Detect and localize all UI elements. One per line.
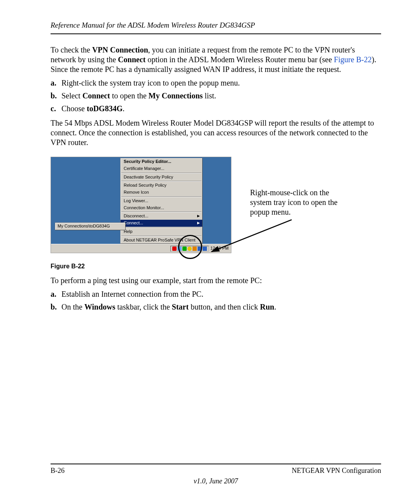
intro-paragraph: To check the VPN Connection, you can ini… xyxy=(51,45,381,74)
list-item: b. On the Windows taskbar, click the Sta… xyxy=(51,302,381,312)
page-number: B-26 xyxy=(51,467,65,475)
menu-item[interactable]: Security Policy Editor... xyxy=(121,158,202,165)
tray-icon[interactable] xyxy=(172,247,177,251)
figure-caption: Figure B-22 xyxy=(51,262,381,270)
menu-item-connect[interactable]: Connect...▶ xyxy=(121,220,202,227)
list-item: a. Right-click the system tray icon to o… xyxy=(51,78,381,88)
footer-rule xyxy=(51,464,381,464)
menu-item[interactable]: About NETGEAR ProSafe VPN Client xyxy=(121,237,202,244)
system-tray[interactable] xyxy=(170,246,209,252)
desktop-screenshot: Security Policy Editor... Certificate Ma… xyxy=(51,157,231,253)
submenu-connections[interactable]: My Connections\toDG834G xyxy=(55,222,126,230)
version: v1.0, June 2007 xyxy=(51,477,381,485)
header-rule xyxy=(51,33,381,34)
menu-item[interactable]: Connection Monitor... xyxy=(121,205,202,212)
menu-item[interactable]: Log Viewer... xyxy=(121,198,202,205)
list-item: c. Choose toDG834G. xyxy=(51,104,381,114)
page-header: Reference Manual for the ADSL Modem Wire… xyxy=(51,21,381,30)
tray-icon[interactable] xyxy=(182,247,187,251)
menu-item[interactable]: Certificate Manager... xyxy=(121,165,202,172)
result-paragraph: The 54 Mbps ADSL Modem Wireless Router M… xyxy=(51,118,381,147)
menu-item[interactable]: Disconnect...▶ xyxy=(121,213,202,220)
taskbar: 12:19 PM xyxy=(51,244,231,253)
page-footer: B-26 NETGEAR VPN Configuration v1.0, Jun… xyxy=(51,464,381,485)
menu-item[interactable]: Reload Security Policy xyxy=(121,182,202,189)
menu-item[interactable]: Deactivate Security Policy xyxy=(121,174,202,181)
menu-item[interactable]: Help xyxy=(121,228,202,235)
tray-icon[interactable] xyxy=(203,247,207,251)
tray-icon[interactable] xyxy=(187,247,192,251)
figure-annotation: Right-mouse-click on the system tray ico… xyxy=(250,188,351,217)
tray-icon[interactable] xyxy=(192,247,197,251)
context-menu[interactable]: Security Policy Editor... Certificate Ma… xyxy=(120,158,203,244)
figure-b22: Security Policy Editor... Certificate Ma… xyxy=(51,157,231,253)
figure-link[interactable]: Figure B-22 xyxy=(334,55,372,64)
list-item: b. Select Connect to open the My Connect… xyxy=(51,91,381,101)
tray-icon[interactable] xyxy=(198,247,202,251)
ping-intro: To perform a ping test using our example… xyxy=(51,276,381,285)
list-item: a. Establish an Internet connection from… xyxy=(51,289,381,299)
menu-item[interactable]: Remove Icon xyxy=(121,189,202,196)
steps-list-1: a. Right-click the system tray icon to o… xyxy=(51,78,381,114)
steps-list-2: a. Establish an Internet connection from… xyxy=(51,289,381,312)
tray-icon[interactable] xyxy=(177,247,182,251)
clock: 12:19 PM xyxy=(210,246,229,251)
section-title: NETGEAR VPN Configuration xyxy=(292,467,381,475)
